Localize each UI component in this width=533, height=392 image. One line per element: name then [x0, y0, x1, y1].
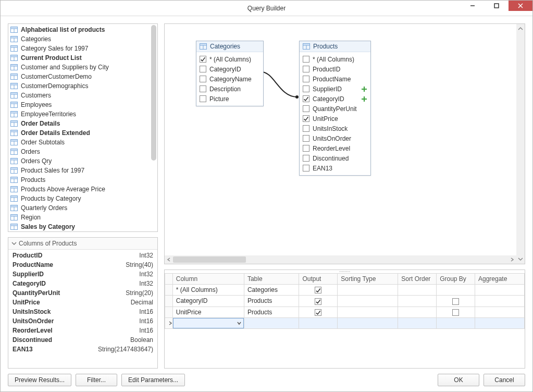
column-checkbox[interactable]: [303, 66, 309, 72]
grid-new-row[interactable]: [165, 317, 525, 328]
tables-list[interactable]: Alphabetical list of productsCategoriesC…: [8, 24, 157, 231]
table-column-item[interactable]: ReorderLevel: [303, 143, 367, 153]
columns-panel-header[interactable]: Columns of Products: [8, 238, 157, 250]
table-widget-header[interactable]: Products: [300, 41, 370, 52]
table-list-item[interactable]: Orders: [8, 147, 157, 156]
grid-cell-sort-order[interactable]: [398, 307, 437, 317]
grid-cell-group-by[interactable]: [437, 296, 475, 307]
cancel-button[interactable]: Cancel: [484, 374, 525, 386]
column-info-row[interactable]: CategoryIDInt32: [13, 279, 153, 288]
column-info-row[interactable]: UnitPriceDecimal: [13, 298, 153, 307]
grid-cell-sorting-type[interactable]: [338, 296, 398, 307]
grid-cell-column[interactable]: UnitPrice: [172, 307, 244, 317]
design-vertical-scrollbar[interactable]: [516, 24, 525, 264]
column-checkbox[interactable]: [303, 135, 309, 142]
table-list-item[interactable]: Product Sales for 1997: [8, 166, 157, 175]
grid-cell-sorting-type[interactable]: [338, 285, 398, 296]
grid-cell-sort-order[interactable]: [398, 296, 437, 307]
column-dropdown[interactable]: [173, 318, 244, 328]
groupby-checkbox[interactable]: [452, 309, 459, 316]
grid-cell-column-editor[interactable]: [172, 317, 244, 328]
table-list-item[interactable]: Order Details Extended: [8, 128, 157, 138]
grid-row[interactable]: * (All Columns)Categories: [165, 285, 525, 296]
grid-cell-table[interactable]: Products: [244, 296, 299, 307]
groupby-checkbox[interactable]: [452, 298, 459, 305]
grid-cell-output[interactable]: [299, 307, 338, 317]
table-column-item[interactable]: ProductID: [303, 64, 367, 74]
column-info-row[interactable]: ProductNameString(40): [13, 260, 153, 270]
grid-cell-table[interactable]: Categories: [244, 285, 299, 296]
table-list-item[interactable]: Quarterly Orders: [8, 203, 157, 213]
column-checkbox[interactable]: [303, 56, 309, 63]
plus-icon[interactable]: [361, 86, 367, 92]
grid-header-table[interactable]: Table: [244, 274, 299, 285]
table-column-item[interactable]: CategoryName: [200, 74, 260, 84]
grid-cell-aggregate[interactable]: [475, 285, 524, 296]
output-grid[interactable]: Column Table Output Sorting Type Sort Or…: [165, 273, 525, 368]
grid-cell-table[interactable]: Products: [244, 307, 299, 317]
grid-cell-empty[interactable]: [338, 317, 398, 328]
table-column-item[interactable]: * (All Columns): [303, 54, 367, 64]
table-column-item[interactable]: Description: [200, 84, 260, 94]
table-column-item[interactable]: CategoryID: [200, 64, 260, 74]
grid-cell-sort-order[interactable]: [398, 285, 437, 296]
column-info-row[interactable]: QuantityPerUnitString(20): [13, 288, 153, 298]
column-info-row[interactable]: ProductIDInt32: [13, 251, 153, 260]
columns-list[interactable]: ProductIDInt32ProductNameString(40)Suppl…: [8, 250, 157, 368]
column-checkbox[interactable]: [200, 56, 206, 63]
table-list-item[interactable]: Region: [8, 213, 157, 222]
table-column-item[interactable]: QuantityPerUnit: [303, 104, 367, 114]
output-checkbox[interactable]: [315, 298, 321, 305]
table-column-item[interactable]: UnitsInStock: [303, 124, 367, 133]
table-list-item[interactable]: Products by Category: [8, 194, 157, 203]
plus-icon[interactable]: [361, 96, 367, 102]
column-checkbox[interactable]: [200, 66, 206, 72]
edit-parameters-button[interactable]: Edit Parameters...: [121, 374, 185, 386]
grid-cell-group-by[interactable]: [437, 307, 475, 317]
table-list-item[interactable]: Orders Qry: [8, 156, 157, 166]
column-info-row[interactable]: EAN13String(2147483647): [13, 345, 153, 354]
table-list-item[interactable]: Order Subtotals: [8, 138, 157, 147]
grid-header-sorting-type[interactable]: Sorting Type: [338, 274, 398, 285]
column-checkbox[interactable]: [303, 95, 309, 102]
filter-button[interactable]: Filter...: [76, 374, 117, 386]
table-list-item[interactable]: Customers: [8, 91, 157, 100]
column-checkbox[interactable]: [200, 76, 206, 82]
scroll-track[interactable]: [173, 255, 508, 264]
grid-cell-empty[interactable]: [398, 317, 437, 328]
column-checkbox[interactable]: [200, 95, 206, 102]
table-list-item[interactable]: Category Sales for 1997: [8, 44, 157, 53]
column-info-row[interactable]: UnitsInStockInt16: [13, 307, 153, 316]
grid-header-group-by[interactable]: Group By: [437, 274, 475, 285]
table-widget-products[interactable]: Products * (All Columns)ProductIDProduct…: [299, 41, 371, 176]
table-column-item[interactable]: CategoryID: [303, 94, 367, 104]
grid-cell-aggregate[interactable]: [475, 296, 524, 307]
column-checkbox[interactable]: [303, 145, 309, 152]
table-column-item[interactable]: ProductName: [303, 74, 367, 84]
table-list-item[interactable]: Current Product List: [8, 53, 157, 63]
design-canvas[interactable]: Categories * (All Columns)CategoryIDCate…: [165, 24, 516, 253]
grid-cell-output[interactable]: [299, 296, 338, 307]
grid-cell-empty[interactable]: [244, 317, 299, 328]
table-list-item[interactable]: Products: [8, 175, 157, 185]
grid-cell-empty[interactable]: [437, 317, 475, 328]
scroll-thumb[interactable]: [173, 256, 246, 263]
table-list-item[interactable]: Customer and Suppliers by City: [8, 63, 157, 72]
column-checkbox[interactable]: [303, 155, 309, 162]
table-column-item[interactable]: EAN13: [303, 163, 367, 173]
column-checkbox[interactable]: [303, 115, 309, 122]
column-checkbox[interactable]: [303, 105, 309, 112]
preview-results-button[interactable]: Preview Results...: [8, 374, 71, 386]
column-info-row[interactable]: ReorderLevelInt16: [13, 326, 153, 335]
column-checkbox[interactable]: [303, 125, 309, 132]
table-list-item[interactable]: CustomerDemographics: [8, 81, 157, 91]
grid-header-column[interactable]: Column: [172, 274, 244, 285]
table-column-item[interactable]: Discontinued: [303, 153, 367, 163]
column-info-row[interactable]: SupplierIDInt32: [13, 270, 153, 279]
grid-cell-group-by[interactable]: [437, 285, 475, 296]
table-list-item[interactable]: CustomerCustomerDemo: [8, 72, 157, 81]
table-list-item[interactable]: Categories: [8, 34, 157, 44]
grid-cell-sorting-type[interactable]: [338, 307, 398, 317]
grid-cell-aggregate[interactable]: [475, 307, 524, 317]
output-checkbox[interactable]: [315, 309, 321, 316]
